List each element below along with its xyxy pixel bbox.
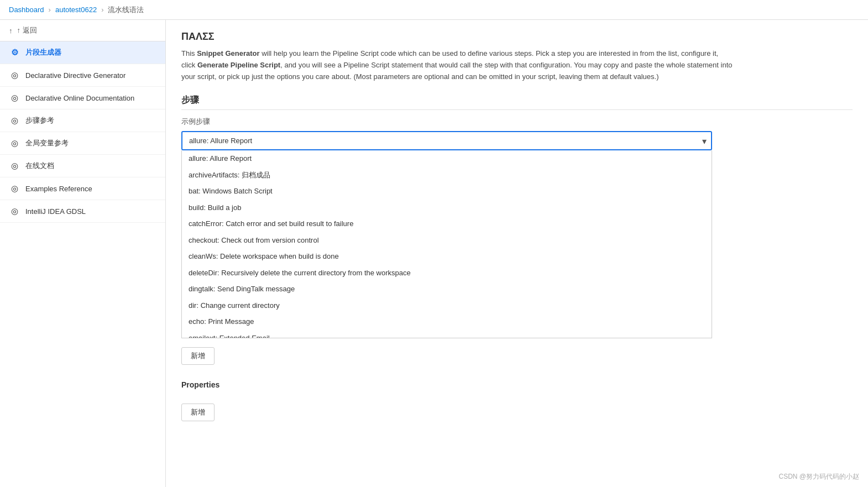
breadcrumb-sep1: ›	[49, 6, 51, 14]
dropdown-list-item[interactable]: echo: Print Message	[182, 313, 712, 330]
sidebar-item-global-vars-reference[interactable]: ◎ 全局变量参考	[0, 132, 165, 155]
sidebar-label: 全局变量参考	[25, 138, 69, 148]
sidebar-item-online-docs[interactable]: ◎ 在线文档	[0, 155, 165, 177]
sidebar: ↑ ↑ 返回 ⚙ 片段生成器 ◎ Declarative Directive G…	[0, 20, 166, 487]
breadcrumb: Dashboard › autotest0622 › 流水线语法	[0, 0, 868, 20]
sidebar-item-snippet-generator[interactable]: ⚙ 片段生成器	[0, 41, 165, 64]
page-title: ΠΑΛΣΣ	[181, 31, 853, 43]
desc-bold2: Generate Pipeline Script	[197, 61, 280, 69]
sidebar-icon: ◎	[9, 160, 20, 171]
sidebar-item-intellij-gdsl[interactable]: ◎ IntelliJ IDEA GDSL	[0, 200, 165, 223]
dropdown-list[interactable]: allure: Allure ReportarchiveArtifacts: 归…	[181, 150, 712, 338]
add-button[interactable]: 新增	[181, 347, 215, 365]
dropdown-list-item[interactable]: dingtalk: Send DingTalk message	[182, 281, 712, 297]
sidebar-label: Declarative Online Documentation	[25, 94, 134, 102]
sidebar-icon: ◎	[9, 138, 20, 149]
breadcrumb-dashboard[interactable]: Dashboard	[9, 6, 44, 14]
back-button[interactable]: ↑ ↑ 返回	[0, 20, 165, 41]
dropdown-list-item[interactable]: allure: Allure Report	[182, 150, 712, 167]
breadcrumb-autotest[interactable]: autotest0622	[55, 6, 97, 14]
sidebar-label: 片段生成器	[25, 48, 61, 57]
properties-section: Properties 新增	[181, 380, 853, 421]
desc-text1: This	[181, 49, 197, 57]
watermark: CSDN @努力码代码的小赵	[778, 472, 859, 481]
dropdown-list-item[interactable]: archiveArtifacts: 归档成品	[182, 167, 712, 184]
dropdown-list-item[interactable]: dir: Change current directory	[182, 297, 712, 314]
dropdown-list-item[interactable]: deleteDir: Recursively delete the curren…	[182, 265, 712, 281]
properties-title: Properties	[181, 380, 853, 389]
section-heading: 步骤	[181, 95, 853, 110]
description: This Snippet Generator will help you lea…	[181, 48, 734, 82]
dropdown-selected[interactable]: allure: Allure Report	[181, 131, 712, 150]
main-content: ΠΑΛΣΣ This Snippet Generator will help y…	[166, 20, 868, 487]
sidebar-icon: ◎	[9, 206, 20, 217]
dropdown-list-item[interactable]: build: Build a job	[182, 200, 712, 216]
dropdown-list-item[interactable]: catchError: Catch error and set build re…	[182, 216, 712, 232]
sidebar-item-declarative-directive[interactable]: ◎ Declarative Directive Generator	[0, 64, 165, 87]
breadcrumb-current: 流水线语法	[108, 5, 144, 15]
sidebar-label: IntelliJ IDEA GDSL	[25, 207, 86, 216]
sidebar-label: Examples Reference	[25, 185, 92, 193]
sidebar-label: 步骤参考	[25, 116, 54, 125]
sidebar-item-declarative-online-doc[interactable]: ◎ Declarative Online Documentation	[0, 87, 165, 109]
sidebar-icon: ⚙	[9, 47, 20, 58]
dropdown-list-item[interactable]: emailext: Extended Email	[182, 330, 712, 339]
sub-label: 示例步骤	[181, 117, 853, 127]
dropdown-list-item[interactable]: cleanWs: Delete workspace when build is …	[182, 248, 712, 265]
dropdown-container: allure: Allure Report ▾ allure: Allure R…	[181, 131, 712, 338]
sidebar-icon: ◎	[9, 183, 20, 194]
breadcrumb-sep2: ›	[101, 6, 103, 14]
desc-bold1: Snippet Generator	[197, 49, 259, 57]
sidebar-icon: ◎	[9, 70, 20, 81]
sidebar-item-examples-reference[interactable]: ◎ Examples Reference	[0, 177, 165, 200]
sidebar-label: 在线文档	[25, 161, 54, 171]
properties-add-button[interactable]: 新增	[181, 404, 215, 421]
dropdown-list-item[interactable]: checkout: Check out from version control	[182, 232, 712, 249]
sidebar-icon: ◎	[9, 115, 20, 126]
sidebar-item-steps-reference[interactable]: ◎ 步骤参考	[0, 109, 165, 132]
dropdown-list-item[interactable]: bat: Windows Batch Script	[182, 183, 712, 200]
back-label: ↑ 返回	[17, 25, 37, 35]
sidebar-icon: ◎	[9, 92, 20, 103]
sidebar-label: Declarative Directive Generator	[25, 71, 126, 80]
back-icon: ↑	[9, 27, 13, 35]
